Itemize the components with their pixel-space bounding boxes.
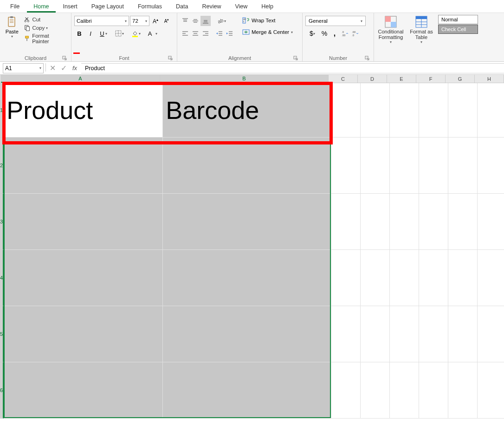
italic-button[interactable]: I (85, 28, 96, 39)
cell-D3[interactable] (361, 194, 390, 250)
cell-B3[interactable] (163, 194, 331, 250)
row-header-5[interactable]: 5 (0, 306, 4, 362)
copy-button[interactable]: Copy ▾ (23, 24, 68, 32)
increase-font-button[interactable]: A▴ (150, 16, 161, 26)
cell-B2[interactable] (163, 137, 331, 194)
font-name-select[interactable]: Calibri▾ (74, 16, 129, 26)
cell-C1[interactable] (331, 83, 361, 137)
number-format-select[interactable]: General▾ (305, 16, 366, 26)
cell-D6[interactable] (361, 362, 390, 419)
style-normal[interactable]: Normal (438, 15, 478, 24)
row-header-1[interactable]: 1 (0, 83, 4, 137)
cell-H2[interactable] (478, 137, 504, 194)
dialog-launcher-icon[interactable] (293, 56, 298, 61)
tab-help[interactable]: Help (255, 0, 280, 13)
decrease-decimal-button[interactable]: .00.0 (350, 28, 360, 39)
cells-area[interactable]: ProductBarcode (4, 83, 504, 419)
col-header-D[interactable]: D (358, 75, 387, 83)
align-bottom-button[interactable] (200, 16, 211, 26)
cell-E6[interactable] (390, 362, 419, 419)
align-right-button[interactable] (200, 28, 211, 39)
row-header-2[interactable]: 2 (0, 137, 4, 194)
col-header-F[interactable]: F (416, 75, 446, 83)
paste-button[interactable]: Paste ▾ (3, 14, 21, 54)
cell-C3[interactable] (331, 194, 361, 250)
merge-center-button[interactable]: Merge & Center ▾ (239, 27, 296, 37)
font-color-button[interactable]: A▾ (145, 28, 161, 39)
cell-A2[interactable] (4, 137, 163, 194)
cell-D2[interactable] (361, 137, 390, 194)
cell-G2[interactable] (448, 137, 478, 194)
cell-H5[interactable] (478, 306, 504, 362)
align-center-button[interactable] (190, 28, 200, 39)
borders-button[interactable]: ▾ (111, 28, 127, 39)
increase-indent-button[interactable] (225, 28, 235, 39)
col-header-A[interactable]: A (1, 75, 160, 83)
cell-A6[interactable] (4, 362, 163, 419)
col-header-B[interactable]: B (160, 75, 329, 83)
cell-F2[interactable] (419, 137, 448, 194)
cell-C2[interactable] (331, 137, 361, 194)
cell-B1[interactable]: Barcode (163, 83, 331, 137)
cell-A3[interactable] (4, 194, 163, 250)
decrease-font-button[interactable]: A▾ (162, 16, 172, 26)
enter-formula-button[interactable]: ✓ (58, 63, 69, 73)
cell-B4[interactable] (163, 250, 331, 306)
tab-page-layout[interactable]: Page Layout (85, 0, 130, 13)
cell-H4[interactable] (478, 250, 504, 306)
decrease-indent-button[interactable] (214, 28, 225, 39)
align-top-button[interactable] (180, 16, 190, 26)
cell-C6[interactable] (331, 362, 361, 419)
col-header-G[interactable]: G (446, 75, 475, 83)
row-header-4[interactable]: 4 (0, 250, 4, 306)
dialog-launcher-icon[interactable] (168, 56, 173, 61)
cell-F6[interactable] (419, 362, 448, 419)
cell-F3[interactable] (419, 194, 448, 250)
format-as-table-button[interactable]: Format as Table▾ (407, 15, 435, 60)
cut-button[interactable]: Cut (23, 16, 68, 23)
orientation-button[interactable]: ab▾ (214, 16, 228, 26)
cell-G1[interactable] (448, 83, 478, 137)
insert-function-button[interactable]: fx (69, 63, 80, 73)
tab-view[interactable]: View (228, 0, 254, 13)
format-painter-button[interactable]: Format Painter (23, 33, 68, 45)
cell-F4[interactable] (419, 250, 448, 306)
tab-home[interactable]: Home (27, 0, 55, 13)
percent-format-button[interactable]: % (319, 28, 330, 39)
cell-G5[interactable] (448, 306, 478, 362)
style-check-cell[interactable]: Check Cell (438, 25, 478, 34)
row-header-3[interactable]: 3 (0, 194, 4, 250)
cell-E4[interactable] (390, 250, 419, 306)
dialog-launcher-icon[interactable] (365, 56, 370, 61)
tab-formulas[interactable]: Formulas (131, 0, 168, 13)
conditional-formatting-button[interactable]: Conditional Formatting▾ (377, 15, 405, 60)
font-size-select[interactable]: 72▾ (130, 16, 149, 26)
cell-B6[interactable] (163, 362, 331, 419)
cell-B5[interactable] (163, 306, 331, 362)
dialog-launcher-icon[interactable] (62, 56, 67, 61)
cell-G4[interactable] (448, 250, 478, 306)
cell-A4[interactable] (4, 250, 163, 306)
accounting-format-button[interactable]: $▾ (305, 28, 319, 39)
name-box[interactable]: A1▾ (3, 63, 44, 73)
cell-E5[interactable] (390, 306, 419, 362)
col-header-E[interactable]: E (387, 75, 416, 83)
tab-insert[interactable]: Insert (57, 0, 84, 13)
align-middle-button[interactable] (190, 16, 200, 26)
bold-button[interactable]: B (74, 28, 84, 39)
cell-D1[interactable] (361, 83, 390, 137)
tab-review[interactable]: Review (195, 0, 227, 13)
col-header-H[interactable]: H (475, 75, 504, 83)
cell-E1[interactable] (390, 83, 419, 137)
cell-H1[interactable] (478, 83, 504, 137)
tab-data[interactable]: Data (169, 0, 194, 13)
cell-A1[interactable]: Product (4, 83, 163, 137)
cell-E3[interactable] (390, 194, 419, 250)
cell-H3[interactable] (478, 194, 504, 250)
cell-D5[interactable] (361, 306, 390, 362)
underline-button[interactable]: U▾ (97, 28, 110, 39)
align-left-button[interactable] (180, 28, 190, 39)
row-header-6[interactable]: 6 (0, 362, 4, 419)
cell-G6[interactable] (448, 362, 478, 419)
formula-bar[interactable]: Product (81, 63, 504, 73)
